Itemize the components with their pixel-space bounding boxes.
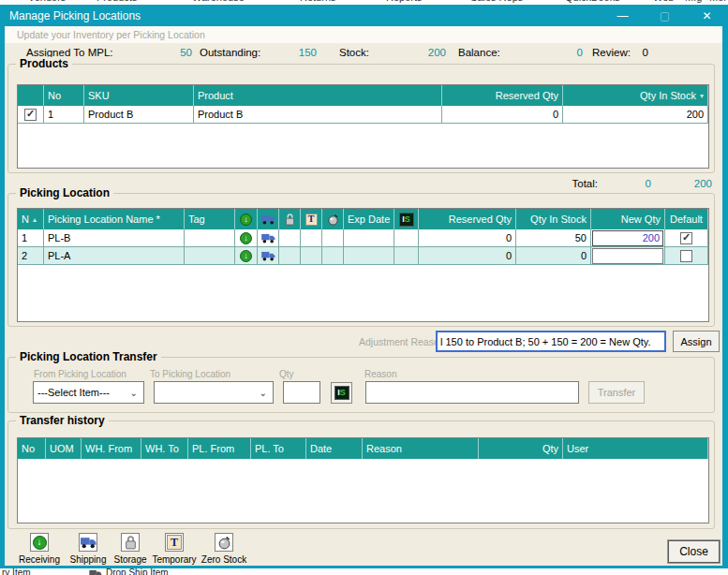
- shipping-truck-icon: [261, 251, 275, 261]
- stat-label: Stock:: [339, 47, 369, 58]
- col-zero-stock[interactable]: [322, 209, 344, 229]
- picking-location-row[interactable]: 2 PL-A ↓ 0 0: [18, 247, 708, 265]
- total-reserved-qty: 0: [604, 178, 651, 189]
- legend-zero-stock: [215, 533, 233, 552]
- stat-value: 0: [643, 47, 648, 58]
- col-exp-date[interactable]: Exp Date: [344, 209, 394, 229]
- qty-label: Qty: [279, 369, 294, 379]
- menu-item[interactable]: Mfg: [685, 0, 702, 4]
- col-date[interactable]: Date: [306, 438, 363, 459]
- product-row-checkbox[interactable]: [24, 109, 37, 121]
- shipping-truck-icon: [261, 214, 275, 225]
- pl-tag: [185, 229, 235, 247]
- col-picking-location-name[interactable]: Picking Location Name *: [44, 209, 185, 229]
- menu-item[interactable]: Vendors: [28, 0, 66, 4]
- zero-stock-icon: [327, 214, 339, 226]
- products-group-title: Products: [16, 57, 72, 70]
- legend-receiving: ↓: [30, 533, 49, 552]
- shipping-truck-icon: [261, 233, 275, 243]
- col-qty[interactable]: Qty: [479, 438, 563, 459]
- new-qty-input[interactable]: [592, 248, 663, 264]
- col-pl-to[interactable]: PL. To: [251, 438, 306, 459]
- close-window-button[interactable]: ✕: [686, 5, 728, 26]
- menu-item[interactable]: Returns: [300, 0, 336, 4]
- to-picking-location-select[interactable]: ⌄: [154, 381, 274, 404]
- is-button[interactable]: IS: [331, 382, 352, 404]
- temporary-icon: T: [305, 214, 318, 226]
- menu-item[interactable]: Sales Reps: [470, 0, 523, 4]
- default-checkbox[interactable]: [680, 232, 692, 244]
- dialog-title: Manage Picking Locations: [9, 9, 141, 22]
- dialog-subtitle: Update your Inventory per Picking Locati…: [17, 29, 205, 40]
- col-sku[interactable]: SKU: [84, 85, 194, 106]
- product-row[interactable]: 1 Product B Product B 0 200: [18, 106, 708, 124]
- menu-item[interactable]: Warehouse: [192, 0, 245, 4]
- menu-item[interactable]: Reports: [386, 0, 423, 4]
- col-tag[interactable]: Tag: [185, 209, 235, 229]
- close-button[interactable]: Close: [668, 540, 720, 563]
- col-shipping[interactable]: [258, 209, 279, 229]
- col-new-qty[interactable]: New Qty: [591, 209, 665, 229]
- transfer-reason-input[interactable]: [365, 381, 579, 404]
- background-text-fragment: Drop Ship Item: [106, 568, 169, 575]
- col-default[interactable]: Default: [665, 209, 708, 229]
- col-reason[interactable]: Reason: [363, 438, 479, 459]
- col-qty-in-stock[interactable]: Qty In Stock ▾: [563, 85, 708, 106]
- legend-receiving-label: Receiving: [19, 554, 60, 565]
- menu-item[interactable]: More: [709, 0, 728, 4]
- col-storage[interactable]: [279, 209, 301, 229]
- col-qty-in-stock-label: Qty In Stock: [640, 90, 696, 101]
- background-bottom-strip: ry Item Drop Ship Item: [0, 568, 728, 575]
- is-icon: IS: [334, 386, 349, 400]
- stat-balance: Balance: 0: [458, 47, 583, 58]
- is-icon: IS: [399, 213, 414, 227]
- menu-item[interactable]: Products: [97, 0, 137, 4]
- minimize-button[interactable]: —: [602, 5, 644, 26]
- col-pl-from[interactable]: PL. From: [188, 438, 251, 459]
- sort-descending-icon: ▾: [700, 92, 704, 100]
- total-qty-in-stock: 200: [665, 178, 712, 189]
- adjustment-reason-input[interactable]: [436, 331, 666, 352]
- col-user[interactable]: User: [563, 438, 708, 459]
- stat-stock: Stock: 200: [339, 47, 446, 58]
- col-n[interactable]: N ▴: [18, 209, 44, 229]
- col-reserved-qty[interactable]: Reserved Qty: [442, 85, 563, 106]
- stat-value: 150: [299, 47, 317, 58]
- col-temporary[interactable]: T: [301, 209, 322, 229]
- maximize-button[interactable]: ▢: [644, 5, 686, 26]
- transfer-button[interactable]: Transfer: [588, 381, 645, 404]
- pl-exp-date: [344, 229, 394, 247]
- legend-row: ↓ Receiving Shipping Storage T Temporary…: [5, 533, 722, 568]
- col-receiving[interactable]: ↓: [235, 209, 258, 229]
- stat-label: Review:: [592, 47, 631, 58]
- products-table-header: No SKU Product Reserved Qty Qty In Stock…: [18, 85, 708, 106]
- legend-temporary: T: [165, 533, 184, 552]
- select-column-header: [18, 85, 44, 106]
- pl-exp-date: [344, 247, 394, 265]
- col-wh-from[interactable]: WH. From: [82, 438, 141, 459]
- total-label: Total:: [539, 178, 598, 189]
- transfer-history-table: No UOM WH. From WH. To PL. From PL. To D…: [17, 437, 709, 523]
- assign-button[interactable]: Assign: [673, 331, 720, 352]
- transfer-qty-input[interactable]: [283, 381, 320, 404]
- col-reserved-qty[interactable]: Reserved Qty: [419, 209, 516, 229]
- pl-qty-in-stock: 0: [516, 247, 591, 265]
- to-picking-location-label: To Picking Location: [150, 369, 230, 379]
- col-no[interactable]: No: [18, 438, 46, 459]
- col-uom[interactable]: UOM: [46, 438, 82, 459]
- col-is[interactable]: IS: [394, 209, 419, 229]
- drop-ship-truck-icon: [89, 569, 102, 575]
- pl-reserved-qty: 0: [419, 229, 516, 247]
- col-no[interactable]: No: [44, 85, 84, 106]
- stat-outstanding: Outstanding: 150: [200, 47, 317, 58]
- col-qty-in-stock[interactable]: Qty In Stock: [516, 209, 591, 229]
- col-wh-to[interactable]: WH. To: [141, 438, 188, 459]
- legend-zero-stock-label: Zero Stock: [201, 554, 246, 565]
- col-product[interactable]: Product: [194, 85, 442, 106]
- new-qty-input[interactable]: [592, 230, 663, 246]
- from-picking-location-select[interactable]: ---Select Item--- ⌄: [33, 381, 144, 404]
- menu-item[interactable]: QuickBooks: [565, 0, 620, 4]
- picking-location-row[interactable]: 1 PL-B ↓ 0 50: [18, 229, 708, 247]
- default-checkbox[interactable]: [680, 250, 692, 262]
- menu-item[interactable]: Web: [653, 0, 674, 4]
